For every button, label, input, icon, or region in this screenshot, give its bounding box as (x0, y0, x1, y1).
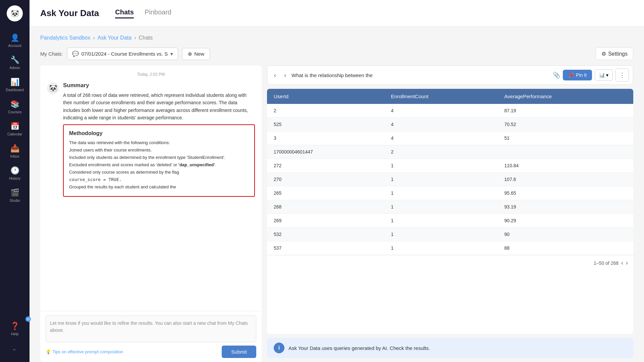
studio-icon: 🎬 (10, 188, 19, 197)
sidebar-item-inbox[interactable]: 📥 Inbox (0, 140, 30, 162)
lightbulb-icon: 💡 (46, 349, 51, 354)
top-nav: Ask Your Data Chats Pinboard (30, 0, 644, 27)
chat-panel: Today, 2:02 PM 🐼 Summary A total of 268 … (40, 65, 262, 362)
chat-select-value: 07/01/2024 - Course Enrollments vs. S (82, 51, 168, 57)
query-next-button[interactable]: › (281, 70, 289, 80)
tab-chats[interactable]: Chats (115, 8, 134, 18)
data-panel: ‹ › 📎 📌 Pin It 📊 ▾ ⋮ (267, 65, 633, 362)
chart-toggle-button[interactable]: 📊 ▾ (595, 69, 613, 81)
col-header-enrollmentcount[interactable]: EnrollmentCount (384, 89, 497, 104)
table-row: 2487.19 (267, 104, 633, 118)
chat-input[interactable]: Let me know if you would like to refine … (46, 315, 256, 342)
col-header-averageperformance[interactable]: AveragePerformance (498, 89, 633, 104)
sidebar-item-dashboard[interactable]: 📊 Dashboard (0, 74, 30, 96)
history-icon: 🕐 (10, 166, 19, 175)
table-row: 265195.65 (267, 186, 633, 200)
sidebar-item-help[interactable]: ❓ 10 Help (0, 318, 30, 340)
chat-input-placeholder: Let me know if you would like to refine … (50, 320, 248, 333)
info-icon: i (274, 343, 284, 353)
ai-notice: i Ask Your Data uses queries generated b… (267, 338, 633, 358)
calendar-icon: 📅 (10, 122, 19, 131)
query-bar: ‹ › 📎 📌 Pin It 📊 ▾ ⋮ (267, 65, 633, 85)
sidebar-item-courses[interactable]: 📚 Courses (0, 96, 30, 118)
pagination-info: 1–50 of 268 (594, 260, 619, 266)
my-chats-label: My Chats: (40, 51, 63, 57)
table-row: 1700000046014472 (267, 145, 633, 159)
new-chat-button[interactable]: ⊕ New (182, 48, 210, 60)
table-row: 269190.29 (267, 214, 633, 228)
data-table: UserId EnrollmentCount AveragePerformanc… (267, 89, 633, 255)
sidebar-item-history[interactable]: 🕐 History (0, 162, 30, 184)
ai-notice-text: Ask Your Data uses queries generated by … (288, 345, 430, 351)
table-next-button[interactable]: › (626, 259, 628, 266)
dashboard-icon: 📊 (10, 78, 19, 86)
settings-button[interactable]: ⚙ Settings (596, 48, 633, 60)
table-prev-button[interactable]: ‹ (621, 259, 623, 266)
inbox-icon: 📥 (10, 144, 19, 153)
col-header-userid[interactable]: UserId (267, 89, 384, 104)
avatar: 🐼 (47, 82, 59, 94)
methodology-box: Methodology The data was retrieved with … (63, 124, 255, 197)
table-row: 525470.52 (267, 118, 633, 131)
nav-tabs: Chats Pinboard (115, 8, 171, 18)
help-icon: ❓ (10, 322, 19, 330)
query-input[interactable] (291, 72, 550, 78)
sidebar-item-calendar[interactable]: 📅 Calendar (0, 118, 30, 140)
app-logo[interactable]: 🐼 (7, 5, 23, 21)
logo-icon: 🐼 (11, 9, 19, 17)
tips-link[interactable]: 💡 Tips on effective prompt composition (46, 349, 123, 354)
breadcrumb-pandalytics[interactable]: Pandalytics Sandbox (40, 35, 90, 41)
breadcrumb-sep-2: › (134, 35, 136, 41)
account-icon: 👤 (10, 34, 19, 42)
query-prev-button[interactable]: ‹ (271, 70, 279, 80)
sidebar-item-studio[interactable]: 🎬 Studio (0, 184, 30, 206)
pin-button[interactable]: 📌 Pin It (563, 70, 592, 80)
table-row: 537188 (267, 241, 633, 255)
app-title: Ask Your Data (40, 8, 99, 18)
admin-icon: 🔧 (10, 56, 19, 64)
pin-icon: 📌 (568, 72, 574, 78)
gear-icon: ⚙ (601, 51, 606, 57)
table-row: 2721110.84 (267, 159, 633, 173)
breadcrumb-askyourdata[interactable]: Ask Your Data (98, 35, 131, 41)
table-footer: 1–50 of 268 ‹ › (267, 255, 633, 270)
table-row: 268193.19 (267, 200, 633, 214)
methodology-text: The data was retrieved with the followin… (69, 139, 249, 191)
clip-icon[interactable]: 📎 (553, 71, 560, 79)
chat-select-dropdown[interactable]: 💬 07/01/2024 - Course Enrollments vs. S … (67, 48, 178, 60)
chat-select-icon: 💬 (72, 51, 79, 57)
courses-icon: 📚 (10, 100, 19, 109)
methodology-title: Methodology (69, 130, 249, 136)
chat-bar: My Chats: 💬 07/01/2024 - Course Enrollme… (40, 48, 633, 60)
submit-button[interactable]: Submit (222, 346, 256, 358)
table-row: 3451 (267, 131, 633, 145)
chart-icon: 📊 (599, 72, 605, 78)
summary-title: Summary (63, 82, 255, 89)
table-row: 532190 (267, 228, 633, 241)
tab-pinboard[interactable]: Pinboard (145, 8, 171, 18)
breadcrumb-chats: Chats (139, 35, 153, 41)
summary-text: A total of 268 rows of data were retriev… (63, 92, 255, 122)
table-row: 2701107.6 (267, 173, 633, 186)
chevron-down-icon: ▾ (170, 51, 173, 57)
new-chat-icon: ⊕ (188, 51, 192, 57)
chat-footer: Let me know if you would like to refine … (40, 311, 262, 362)
more-options-button[interactable]: ⋮ (615, 68, 629, 82)
bubble-content: Summary A total of 268 rows of data were… (63, 82, 255, 197)
sidebar-item-account[interactable]: 👤 Account (0, 29, 30, 52)
sidebar: 🐼 👤 Account 🔧 Admin 📊 Dashboard 📚 Course… (0, 0, 30, 362)
sidebar-collapse-btn[interactable]: ← (0, 343, 30, 357)
breadcrumb-sep-1: › (93, 35, 95, 41)
sidebar-item-admin[interactable]: 🔧 Admin (0, 52, 30, 74)
breadcrumb: Pandalytics Sandbox › Ask Your Data › Ch… (40, 35, 633, 41)
chat-timestamp: Today, 2:02 PM (47, 72, 255, 77)
chat-bubble: 🐼 Summary A total of 268 rows of data we… (47, 82, 255, 197)
data-table-container: UserId EnrollmentCount AveragePerformanc… (267, 89, 633, 334)
